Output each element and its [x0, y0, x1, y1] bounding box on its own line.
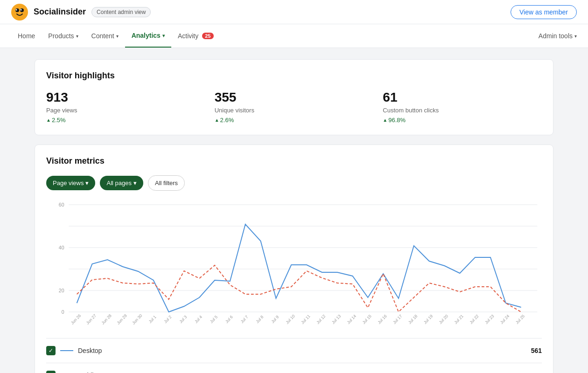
- visitor-metrics-card: Visitor metrics Page views ▾ All pages ▾…: [35, 145, 553, 373]
- svg-text:Jul 7: Jul 7: [240, 314, 249, 324]
- svg-text:Jul 5: Jul 5: [209, 314, 218, 324]
- svg-text:Jul 10: Jul 10: [285, 314, 295, 325]
- chart-svg: 60 40 20 0 Jun 26 Jun 27 Jun 28 Jun 29 J…: [46, 200, 542, 331]
- view-as-member-button[interactable]: View as member: [511, 5, 577, 19]
- all-pages-button[interactable]: All pages ▾: [100, 176, 143, 190]
- chevron-down-icon: ▾: [162, 33, 165, 38]
- svg-text:Jul 8: Jul 8: [255, 314, 265, 324]
- chevron-down-icon: ▾: [85, 180, 89, 186]
- activity-badge: 25: [202, 33, 213, 39]
- legend-divider-2: [46, 363, 542, 363]
- svg-text:Jul 25: Jul 25: [515, 314, 525, 325]
- nav-left: Home Products ▾ Content ▾ Analytics ▾ Ac…: [11, 24, 220, 48]
- svg-text:Jul 14: Jul 14: [346, 314, 357, 325]
- svg-text:Jul 23: Jul 23: [484, 314, 495, 325]
- svg-text:Jul 21: Jul 21: [454, 314, 464, 325]
- visitor-metrics-title: Visitor metrics: [46, 156, 542, 166]
- custom-clicks-label: Custom button clicks: [383, 107, 542, 114]
- desktop-line-icon: [60, 350, 73, 351]
- svg-text:Jul 18: Jul 18: [407, 314, 418, 325]
- svg-text:40: 40: [59, 245, 64, 250]
- svg-text:Jul 12: Jul 12: [315, 314, 326, 325]
- mobile-checkbox[interactable]: ✓: [46, 371, 56, 373]
- svg-text:Jul 15: Jul 15: [362, 314, 372, 325]
- nav-item-activity[interactable]: Activity 25: [171, 25, 220, 47]
- unique-visitors-label: Unique visitors: [215, 107, 374, 114]
- unique-visitors-number: 355: [215, 90, 374, 105]
- chart-legend: ✓ Desktop 561 ✓ Mobile 352: [46, 338, 542, 373]
- nav-item-content[interactable]: Content ▾: [85, 25, 125, 47]
- chevron-down-icon: ▾: [76, 34, 78, 39]
- svg-text:Jul 1: Jul 1: [148, 314, 157, 324]
- svg-text:Jul 4: Jul 4: [194, 314, 203, 324]
- visitor-highlights-title: Visitor highlights: [46, 71, 542, 81]
- highlight-unique-visitors: 355 Unique visitors 2.6%: [215, 90, 374, 124]
- page-views-label: Page views: [46, 107, 205, 114]
- svg-text:Jul 9: Jul 9: [270, 314, 280, 324]
- brand-name: Socialinsider: [34, 7, 86, 17]
- page-views-change: 2.5%: [46, 117, 205, 124]
- desktop-label: Desktop: [78, 347, 102, 354]
- svg-text:0: 0: [62, 309, 64, 315]
- custom-clicks-number: 61: [383, 90, 542, 105]
- svg-text:Jul 11: Jul 11: [300, 314, 311, 325]
- chevron-down-icon: ▾: [116, 34, 119, 39]
- svg-point-3: [16, 9, 17, 10]
- legend-mobile: ✓ Mobile 352: [46, 369, 542, 373]
- svg-text:Jun 30: Jun 30: [131, 313, 143, 325]
- header-left: Socialinsider Content admin view: [11, 4, 151, 21]
- metrics-controls: Page views ▾ All pages ▾ All filters: [46, 175, 542, 191]
- highlight-page-views: 913 Page views 2.5%: [46, 90, 205, 124]
- svg-text:Jun 29: Jun 29: [116, 313, 127, 325]
- svg-point-0: [11, 4, 28, 21]
- unique-visitors-change: 2.6%: [215, 117, 374, 124]
- svg-text:Jul 17: Jul 17: [392, 314, 403, 325]
- legend-divider: [46, 338, 542, 338]
- legend-desktop-left: ✓ Desktop: [46, 346, 102, 355]
- metrics-chart: 60 40 20 0 Jun 26 Jun 27 Jun 28 Jun 29 J…: [46, 200, 542, 331]
- legend-mobile-left: ✓ Mobile: [46, 371, 97, 373]
- desktop-value: 561: [531, 347, 542, 354]
- svg-text:Jul 3: Jul 3: [178, 314, 188, 324]
- svg-text:Jul 2: Jul 2: [163, 314, 173, 324]
- legend-desktop: ✓ Desktop 561: [46, 344, 542, 357]
- main-content: Visitor highlights 913 Page views 2.5% 3…: [23, 48, 565, 373]
- svg-text:Jul 13: Jul 13: [331, 314, 342, 325]
- all-filters-button[interactable]: All filters: [148, 175, 185, 191]
- chevron-down-icon: ▾: [574, 34, 577, 39]
- svg-text:Jul 19: Jul 19: [423, 314, 434, 325]
- page-views-number: 913: [46, 90, 205, 105]
- nav-item-products[interactable]: Products ▾: [42, 25, 84, 47]
- custom-clicks-change: 96.8%: [383, 117, 542, 124]
- svg-text:Jun 28: Jun 28: [101, 313, 112, 325]
- visitor-highlights-card: Visitor highlights 913 Page views 2.5% 3…: [35, 59, 553, 135]
- svg-text:Jul 20: Jul 20: [438, 314, 449, 325]
- desktop-checkbox[interactable]: ✓: [46, 346, 56, 355]
- svg-text:Jun 26: Jun 26: [70, 313, 82, 325]
- nav-item-home[interactable]: Home: [11, 25, 42, 47]
- svg-text:Jun 27: Jun 27: [85, 313, 97, 325]
- page-views-button[interactable]: Page views ▾: [46, 176, 95, 190]
- svg-text:Jul 22: Jul 22: [469, 314, 479, 325]
- svg-text:20: 20: [59, 288, 64, 293]
- svg-text:Jul 6: Jul 6: [224, 314, 234, 324]
- admin-tools-menu[interactable]: Admin tools ▾: [539, 32, 577, 40]
- highlight-custom-clicks: 61 Custom button clicks 96.8%: [383, 90, 542, 124]
- admin-badge: Content admin view: [91, 7, 151, 17]
- header: Socialinsider Content admin view View as…: [0, 0, 588, 24]
- svg-point-4: [21, 9, 22, 10]
- nav-item-analytics[interactable]: Analytics ▾: [125, 24, 171, 48]
- logo-icon: [11, 4, 28, 21]
- svg-text:60: 60: [59, 202, 64, 207]
- nav: Home Products ▾ Content ▾ Analytics ▾ Ac…: [0, 24, 588, 48]
- highlights-grid: 913 Page views 2.5% 355 Unique visitors …: [46, 90, 542, 124]
- chevron-down-icon: ▾: [133, 180, 137, 186]
- svg-text:Jul 16: Jul 16: [377, 314, 387, 325]
- svg-text:Jul 24: Jul 24: [499, 314, 510, 325]
